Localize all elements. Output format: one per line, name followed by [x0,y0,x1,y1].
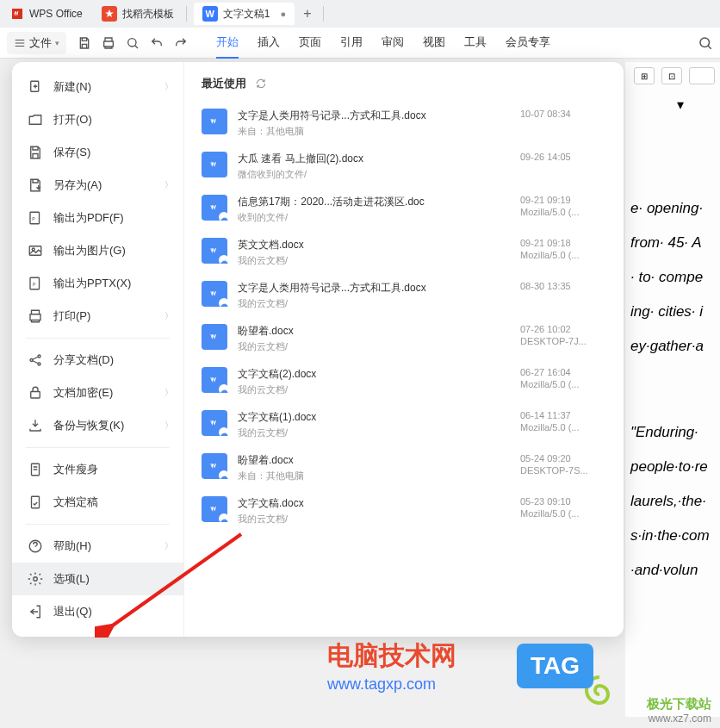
tab-view[interactable]: 视图 [423,28,445,59]
tool-icon[interactable]: ⊞ [634,67,655,84]
file-menu-slim[interactable]: 文件瘦身 [12,453,183,486]
chevron-right-icon: 〉 [164,81,173,93]
open-icon [28,112,43,128]
menu-item-label: 保存(S) [53,145,90,160]
chevron-right-icon: 〉 [164,310,173,322]
file-info: 盼望着.docx 我的云文档/ [238,324,510,353]
recent-file-item[interactable]: 文字文稿(1).docx 我的云文档/ 06-14 11:37 Mozilla/… [202,403,606,446]
file-client: DESKTOP-7S... [520,465,606,476]
recent-file-item[interactable]: 文字文稿.docx 我的云文档/ 05-23 09:10 Mozilla/5.0… [202,489,606,532]
tab-reference[interactable]: 引用 [340,28,363,59]
file-date: 09-21 09:19 [520,195,606,205]
docx-icon [202,238,227,264]
help-icon [28,538,43,554]
file-menu-saveas[interactable]: 另存为(A)〉 [12,169,183,202]
file-menu-button[interactable]: 文件 ▾ [7,32,66,54]
recent-file-item[interactable]: 大瓜 速看 马上撤回(2).docx 微信收到的文件/ 09-26 14:05 [202,145,606,188]
file-menu-image[interactable]: 输出为图片(G) [12,234,183,267]
chevron-right-icon: 〉 [164,420,173,432]
file-menu-print[interactable]: 打印(P)〉 [12,300,183,333]
file-info: 大瓜 速看 马上撤回(2).docx 微信收到的文件/ [238,152,510,181]
divider [323,6,324,22]
file-menu-save[interactable]: 保存(S) [12,136,183,169]
file-menu-encrypt[interactable]: 文档加密(E)〉 [12,376,183,409]
svg-point-11 [38,363,40,365]
file-name: 文字文稿(2).docx [238,367,510,382]
tab-review[interactable]: 审阅 [382,28,404,59]
file-menu-pptx[interactable]: P输出为PPTX(X) [12,267,183,300]
svg-text:P: P [33,282,36,287]
tab-document-active[interactable]: W 文字文稿1 ● [194,3,295,25]
menu-item-label: 文档定稿 [53,495,98,510]
exit-icon [28,604,43,619]
file-menu-pdf[interactable]: P输出为PDF(F) [12,202,183,234]
svg-point-10 [38,355,40,358]
tab-templates[interactable]: 找稻壳模板 [93,3,183,25]
tag-badge: TAG [517,644,593,688]
file-menu-help[interactable]: 帮助(H)〉 [12,530,183,563]
pdf-icon: P [28,210,43,226]
file-menu-share[interactable]: 分享文档(D) [12,344,183,376]
file-menu-backup[interactable]: 备份与恢复(K)〉 [12,409,183,442]
print-icon[interactable] [101,35,116,51]
docx-icon [202,410,227,436]
tab-page[interactable]: 页面 [299,28,321,59]
file-info: 信息第17期：2020...活动走进花溪区.doc 收到的文件/ [238,195,510,224]
file-menu-options[interactable]: 选项(L) [12,563,183,595]
file-date: 10-07 08:34 [520,109,606,119]
file-menu-exit[interactable]: 退出(Q) [12,595,183,628]
recent-file-item[interactable]: 文字文稿(2).docx 我的云文档/ 06-27 16:04 Mozilla/… [202,360,606,403]
tab-start[interactable]: 开始 [216,28,239,59]
app-name: WPS Office [29,8,83,20]
file-source: 我的云文档/ [238,426,510,439]
options-icon [28,571,43,587]
ribbon-right-tools: ⊞ ⊡ [634,67,715,84]
file-date: 05-24 09:20 [520,453,606,464]
docx-icon [202,496,227,522]
chevron-right-icon: 〉 [164,540,173,552]
file-meta: 09-21 09:19 Mozilla/5.0 (... [520,195,606,217]
save-icon[interactable] [77,35,92,51]
preview-icon[interactable] [125,35,140,51]
menu-item-label: 输出为图片(G) [53,243,126,258]
menu-bar: 文件 ▾ 开始 插入 页面 引用 审阅 视图 工具 会员专享 [0,28,720,59]
file-meta: 06-27 16:04 Mozilla/5.0 (... [520,367,606,389]
docx-icon [202,324,227,350]
file-name: 文字文稿.docx [238,496,510,511]
docx-icon [202,367,227,393]
file-menu-new[interactable]: 新建(N)〉 [12,71,183,103]
menu-item-label: 帮助(H) [53,538,91,554]
redo-icon[interactable] [173,35,189,51]
menu-item-label: 新建(N) [53,79,91,95]
file-meta: 08-30 13:35 [520,281,606,291]
file-info: 英文文档.docx 我的云文档/ [238,238,510,267]
file-client: Mozilla/5.0 (... [520,422,606,432]
tool-icon[interactable] [689,67,715,84]
pptx-icon: P [28,276,43,291]
file-meta: 05-23 09:10 Mozilla/5.0 (... [520,496,606,519]
wps-logo-icon [10,7,24,21]
refresh-icon[interactable] [255,78,267,90]
file-menu-open[interactable]: 打开(O) [12,103,183,136]
tab-member[interactable]: 会员专享 [506,28,550,59]
tool-icon[interactable]: ⊡ [661,67,682,84]
recent-file-item[interactable]: 信息第17期：2020...活动走进花溪区.doc 收到的文件/ 09-21 0… [202,188,606,231]
undo-icon[interactable] [149,35,164,51]
file-source: 我的云文档/ [238,340,510,353]
recent-file-item[interactable]: 文字是人类用符号记录...方式和工具.docx 来自：其他电脑 10-07 08… [202,102,606,145]
new-tab-button[interactable]: + [295,6,320,22]
recent-file-item[interactable]: 文字是人类用符号记录...方式和工具.docx 我的云文档/ 08-30 13:… [202,274,606,317]
search-icon[interactable] [698,35,713,51]
tool-icon[interactable]: ▾ [677,96,684,113]
divider [186,6,187,22]
recent-file-item[interactable]: 英文文档.docx 我的云文档/ 09-21 09:18 Mozilla/5.0… [202,231,606,274]
tab-insert[interactable]: 插入 [258,28,280,59]
image-icon [28,243,43,258]
recent-file-item[interactable]: 盼望着.docx 我的云文档/ 07-26 10:02 DESKTOP-7J..… [202,317,606,360]
file-menu-finalize[interactable]: 文档定稿 [12,486,183,519]
watermark-site2: 极光下载站 www.xz7.com [647,696,711,725]
recent-file-item[interactable]: 盼望着.docx 来自：其他电脑 05-24 09:20 DESKTOP-7S.… [202,446,606,489]
file-meta: 10-07 08:34 [520,109,606,119]
tab-label: 找稻壳模板 [122,7,174,22]
tab-tools[interactable]: 工具 [464,28,487,59]
